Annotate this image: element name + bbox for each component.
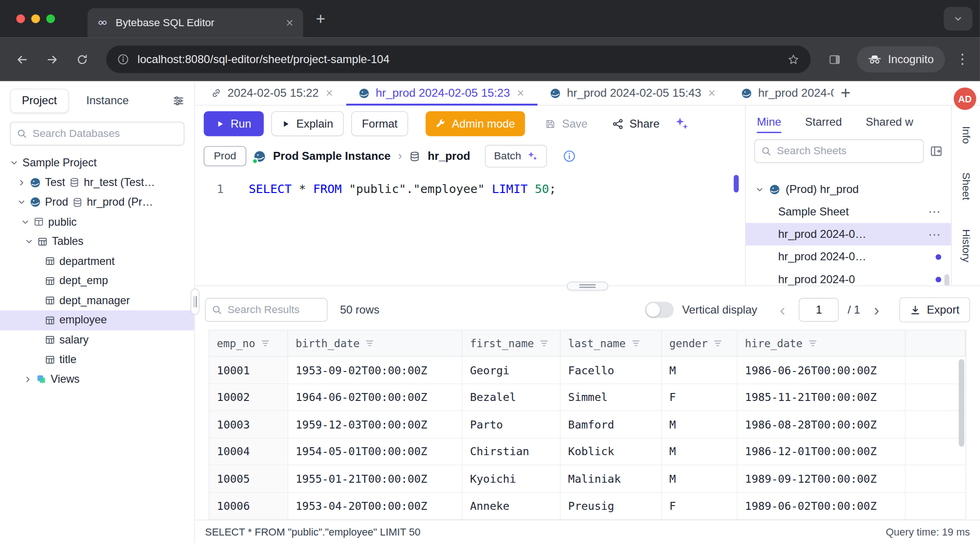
minimize-window-button[interactable] — [31, 14, 40, 23]
filter-settings-button[interactable] — [173, 95, 184, 107]
tab-search-chevron[interactable] — [944, 7, 972, 31]
chevron-down-icon[interactable] — [756, 185, 764, 193]
close-sheet-icon[interactable] — [325, 89, 334, 98]
expand-panel-icon[interactable] — [930, 145, 943, 157]
column-header-gender[interactable]: gender — [662, 331, 738, 357]
table-cell[interactable]: Kyoichi — [462, 465, 561, 493]
sheet-tab-3[interactable]: hr_prod 2024-02-05 15:43 — [538, 81, 729, 105]
table-cell[interactable]: M — [662, 465, 738, 493]
table-cell[interactable]: 1954-05-01T00:00:00Z — [288, 438, 462, 465]
sheet-item-selected[interactable]: hr_prod 2024-0… ⋯ — [746, 223, 951, 245]
table-cell[interactable]: 1953-04-20T00:00:00Z — [288, 493, 462, 520]
more-options-icon[interactable]: ⋯ — [928, 227, 941, 242]
table-cell[interactable]: 10005 — [209, 465, 288, 493]
database-name[interactable]: hr_prod — [428, 150, 470, 163]
sheet-item-4[interactable]: hr_prod 2024-0 — [746, 268, 951, 285]
table-scrollbar-thumb[interactable] — [958, 359, 964, 447]
chevron-down-icon[interactable] — [10, 159, 18, 167]
table-cell[interactable]: Bamford — [561, 411, 662, 438]
table-cell[interactable]: F — [662, 384, 738, 411]
sort-icon[interactable] — [631, 339, 641, 348]
ai-sparkles-icon[interactable] — [675, 116, 690, 131]
close-window-button[interactable] — [16, 14, 25, 23]
sort-icon[interactable] — [365, 339, 375, 348]
table-cell[interactable]: Preusig — [561, 493, 662, 520]
column-header-hire-date[interactable]: hire_date — [737, 331, 906, 357]
rail-tab-sheet[interactable]: Sheet — [960, 158, 973, 215]
user-avatar[interactable]: AD — [954, 87, 976, 110]
new-sheet-button[interactable]: + — [834, 81, 858, 105]
close-sheet-icon[interactable] — [516, 89, 525, 98]
table-cell[interactable]: Simmel — [561, 384, 662, 411]
table-cell[interactable]: 1953-09-02T00:00:00Z — [288, 357, 462, 384]
table-cell[interactable]: 1986-08-28T00:00:00Z — [737, 411, 906, 438]
sheet-tab-2-active[interactable]: hr_prod 2024-02-05 15:23 — [346, 81, 538, 105]
table-cell[interactable]: M — [662, 411, 738, 438]
sort-icon[interactable] — [713, 339, 723, 348]
reload-button[interactable] — [69, 46, 95, 72]
table-cell[interactable]: Chirstian — [462, 438, 561, 465]
tree-item-test-env[interactable]: Test hr_test (Test… — [0, 173, 195, 193]
table-cell[interactable]: 10003 — [209, 411, 288, 438]
database-search-input[interactable] — [33, 128, 178, 140]
sheet-item-3[interactable]: hr_prod 2024-0… — [746, 245, 951, 268]
chevron-right-icon[interactable] — [24, 375, 32, 383]
table-cell[interactable]: 1985-11-21T00:00:00Z — [737, 384, 906, 411]
table-cell[interactable]: Koblick — [561, 438, 662, 465]
table-cell[interactable]: 1989-06-02T00:00:00Z — [737, 493, 906, 520]
save-button[interactable]: Save — [539, 111, 594, 136]
tree-item-table-department[interactable]: department — [0, 251, 195, 271]
tree-item-table-dept-emp[interactable]: dept_emp — [0, 271, 195, 291]
run-button[interactable]: Run — [204, 111, 264, 136]
bookmark-star-icon[interactable] — [787, 53, 799, 65]
tree-item-schema-public[interactable]: public — [0, 212, 195, 232]
browser-tab[interactable]: Bytebase SQL Editor — [87, 8, 303, 37]
prev-page-button[interactable]: ‹ — [775, 302, 790, 318]
table-cell[interactable]: Bezalel — [462, 384, 561, 411]
tree-item-table-salary[interactable]: salary — [0, 330, 195, 350]
sheet-tab-1[interactable]: 2024-02-05 15:22 — [199, 81, 346, 105]
table-cell[interactable]: 1964-06-02T00:00:00Z — [288, 384, 462, 411]
maximize-window-button[interactable] — [46, 14, 55, 23]
column-header-emp-no[interactable]: emp_no — [209, 331, 288, 357]
back-button[interactable] — [9, 46, 35, 72]
rail-tab-history[interactable]: History — [960, 215, 973, 277]
column-header-birth-date[interactable]: birth_date — [288, 331, 462, 357]
table-cell[interactable]: M — [662, 438, 738, 465]
new-tab-button[interactable]: + — [310, 7, 332, 30]
table-cell[interactable]: 1959-12-03T00:00:00Z — [288, 411, 462, 438]
rail-tab-info[interactable]: Info — [960, 112, 973, 158]
tab-starred[interactable]: Starred — [805, 106, 842, 138]
sheets-search-input[interactable] — [777, 145, 917, 157]
table-cell[interactable]: Anneke — [462, 493, 561, 520]
sheet-tab-4[interactable]: hr_prod 2024-0 — [729, 81, 834, 105]
tree-item-views[interactable]: Views — [0, 370, 195, 389]
sort-icon[interactable] — [261, 339, 270, 348]
tree-item-project[interactable]: Sample Project — [0, 153, 195, 172]
results-search[interactable] — [205, 298, 327, 322]
site-info-icon[interactable] — [117, 54, 129, 65]
table-cell[interactable]: Georgi — [462, 357, 561, 384]
table-cell[interactable]: 1955-01-21T00:00:00Z — [288, 465, 462, 493]
tree-item-table-title[interactable]: title — [0, 350, 195, 370]
batch-button[interactable]: Batch — [485, 145, 547, 167]
column-header-last-name[interactable]: last_name — [561, 331, 662, 357]
table-cell[interactable]: 10006 — [209, 493, 288, 520]
tree-item-prod-env[interactable]: Prod hr_prod (Pr… — [0, 193, 195, 212]
tree-item-table-dept-manager[interactable]: dept_manager — [0, 291, 195, 310]
table-cell[interactable]: 1986-06-26T00:00:00Z — [737, 357, 906, 384]
tab-instance[interactable]: Instance — [86, 94, 129, 107]
table-cell[interactable]: 1986-12-01T00:00:00Z — [737, 438, 906, 465]
table-cell[interactable]: 10004 — [209, 438, 288, 465]
chevron-down-icon[interactable] — [17, 198, 25, 206]
sort-icon[interactable] — [540, 339, 549, 348]
close-tab-icon[interactable] — [285, 18, 295, 28]
page-number-input[interactable] — [799, 298, 839, 322]
instance-name[interactable]: Prod Sample Instance — [273, 150, 390, 163]
info-circle-icon[interactable] — [563, 150, 576, 163]
chevron-right-icon[interactable] — [17, 179, 25, 186]
more-options-icon[interactable]: ⋯ — [928, 204, 941, 219]
vertical-display-toggle[interactable] — [645, 302, 673, 318]
sheets-scrollbar-thumb[interactable] — [944, 274, 950, 286]
column-header-first-name[interactable]: first_name — [462, 331, 561, 357]
